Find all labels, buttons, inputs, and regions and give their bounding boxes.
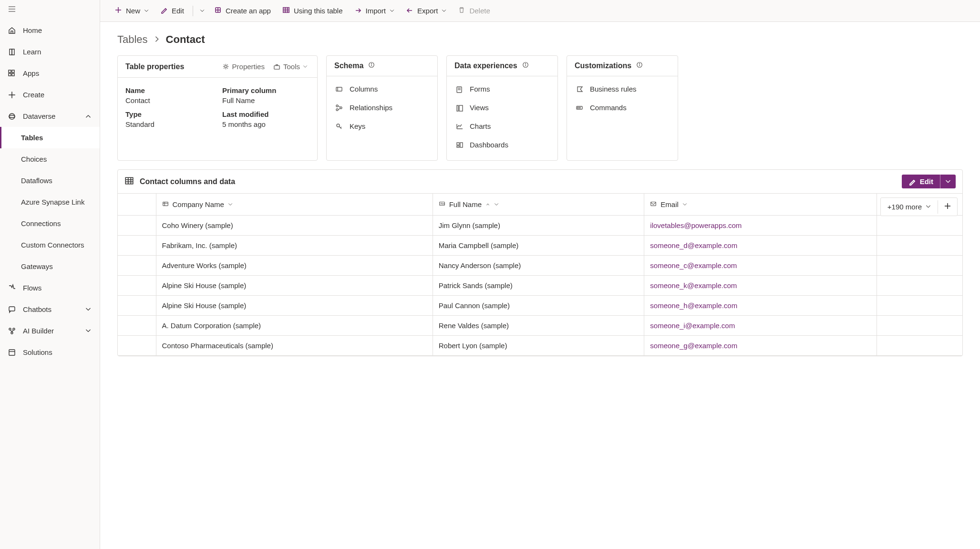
- sidebar-item-custom-connectors[interactable]: Custom Connectors: [0, 234, 100, 256]
- cell-fullname[interactable]: Maria Campbell (sample): [433, 236, 644, 256]
- cell-email[interactable]: someone_c@example.com: [644, 256, 877, 276]
- toolbar: New Edit Create an app Using this table: [100, 0, 980, 22]
- cell-company[interactable]: Coho Winery (sample): [156, 216, 433, 236]
- exp-charts-link[interactable]: Charts: [454, 118, 550, 134]
- column-header-company[interactable]: Company Name: [156, 194, 433, 216]
- sidebar-item-chatbots[interactable]: Chatbots: [0, 299, 100, 320]
- table-row[interactable]: A. Datum Corporation (sample)Rene Valdes…: [118, 316, 962, 336]
- sidebar-item-dataverse[interactable]: Dataverse: [0, 105, 100, 127]
- row-handle[interactable]: [118, 256, 156, 276]
- exp-views-link[interactable]: Views: [454, 100, 550, 115]
- cell-email[interactable]: someone_d@example.com: [644, 236, 877, 256]
- more-columns-button[interactable]: +190 more: [881, 198, 938, 216]
- cell-email[interactable]: someone_i@example.com: [644, 316, 877, 336]
- tool-label: Tools: [283, 62, 300, 71]
- sidebar-item-connections[interactable]: Connections: [0, 213, 100, 234]
- exp-forms-link[interactable]: Forms: [454, 81, 550, 97]
- new-button[interactable]: New: [111, 3, 153, 19]
- schema-columns-link[interactable]: Columns: [334, 81, 430, 97]
- cell-company[interactable]: Alpine Ski House (sample): [156, 296, 433, 316]
- sidebar-item-choices[interactable]: Choices: [0, 148, 100, 170]
- sidebar-toggle[interactable]: [0, 0, 100, 20]
- table-row[interactable]: Fabrikam, Inc. (sample)Maria Campbell (s…: [118, 236, 962, 256]
- using-table-button[interactable]: Using this table: [279, 3, 347, 19]
- edit-button[interactable]: Edit: [156, 3, 188, 19]
- column-header-fullname[interactable]: Full Name: [433, 194, 644, 216]
- row-handle[interactable]: [118, 296, 156, 316]
- info-icon[interactable]: [636, 62, 643, 70]
- sidebar-item-tables[interactable]: Tables: [0, 127, 100, 148]
- row-handle[interactable]: [118, 216, 156, 236]
- schema-keys-link[interactable]: Keys: [334, 118, 430, 134]
- sidebar-item-ai-builder[interactable]: AI Builder: [0, 320, 100, 342]
- cell-fullname[interactable]: Rene Valdes (sample): [433, 316, 644, 336]
- column-label: Full Name: [449, 200, 482, 208]
- cell-fullname[interactable]: Nancy Anderson (sample): [433, 256, 644, 276]
- row-handle[interactable]: [118, 316, 156, 336]
- add-column-button[interactable]: [938, 198, 957, 215]
- create-app-button[interactable]: Create an app: [210, 3, 275, 19]
- exp-dashboards-link[interactable]: Dashboards: [454, 137, 550, 153]
- cell-email[interactable]: someone_k@example.com: [644, 276, 877, 296]
- row-handle[interactable]: [118, 336, 156, 356]
- cell-company[interactable]: Adventure Works (sample): [156, 256, 433, 276]
- email-link[interactable]: someone_g@example.com: [650, 342, 737, 350]
- cell-email[interactable]: ilovetables@powerapps.com: [644, 216, 877, 236]
- email-link[interactable]: someone_h@example.com: [650, 301, 737, 310]
- cell-company[interactable]: A. Datum Corporation (sample): [156, 316, 433, 336]
- custom-rules-link[interactable]: Business rules: [575, 81, 670, 97]
- sidebar-item-apps[interactable]: Apps: [0, 62, 100, 84]
- sidebar-item-home[interactable]: Home: [0, 20, 100, 41]
- table-row[interactable]: Alpine Ski House (sample)Paul Cannon (sa…: [118, 296, 962, 316]
- cell-fullname[interactable]: Patrick Sands (sample): [433, 276, 644, 296]
- export-icon: [406, 6, 413, 15]
- cell-email[interactable]: someone_h@example.com: [644, 296, 877, 316]
- prop-name-label: Name: [125, 83, 213, 94]
- edit-data-dropdown[interactable]: [940, 175, 956, 188]
- export-button[interactable]: Export: [402, 3, 450, 19]
- sidebar-item-gateways[interactable]: Gateways: [0, 256, 100, 277]
- cell-fullname[interactable]: Paul Cannon (sample): [433, 296, 644, 316]
- email-link[interactable]: someone_c@example.com: [650, 261, 737, 269]
- email-link[interactable]: someone_i@example.com: [650, 321, 735, 330]
- cell-fullname[interactable]: Robert Lyon (sample): [433, 336, 644, 356]
- properties-link[interactable]: Properties: [220, 62, 267, 72]
- edit-data-button[interactable]: Edit: [902, 175, 956, 188]
- email-link[interactable]: someone_d@example.com: [650, 241, 737, 249]
- breadcrumb-root[interactable]: Tables: [117, 33, 148, 46]
- chevron-down-icon: [303, 62, 308, 71]
- table-row[interactable]: Contoso Pharmaceuticals (sample)Robert L…: [118, 336, 962, 356]
- cell-company[interactable]: Fabrikam, Inc. (sample): [156, 236, 433, 256]
- edit-data-main[interactable]: Edit: [902, 175, 940, 188]
- sidebar-item-solutions[interactable]: Solutions: [0, 342, 100, 363]
- sidebar-item-learn[interactable]: Learn: [0, 41, 100, 62]
- sidebar-item-create[interactable]: Create: [0, 84, 100, 105]
- table-row[interactable]: Coho Winery (sample)Jim Glynn (sample)il…: [118, 216, 962, 236]
- cell-extra: [877, 256, 962, 276]
- edit-split-button[interactable]: [198, 3, 206, 19]
- cell-fullname[interactable]: Jim Glynn (sample): [433, 216, 644, 236]
- table-row[interactable]: Adventure Works (sample)Nancy Anderson (…: [118, 256, 962, 276]
- table-row[interactable]: Alpine Ski House (sample)Patrick Sands (…: [118, 276, 962, 296]
- row-handle[interactable]: [118, 236, 156, 256]
- info-icon[interactable]: [368, 62, 375, 70]
- import-button[interactable]: Import: [351, 3, 399, 19]
- button-label: New: [126, 7, 140, 15]
- email-link[interactable]: ilovetables@powerapps.com: [650, 221, 742, 229]
- sidebar-item-dataflows[interactable]: Dataflows: [0, 170, 100, 191]
- cell-email[interactable]: someone_g@example.com: [644, 336, 877, 356]
- tools-link[interactable]: Tools: [271, 62, 309, 72]
- prop-name-value: Contact: [125, 96, 213, 104]
- row-handle[interactable]: [118, 276, 156, 296]
- info-icon[interactable]: [522, 62, 529, 70]
- summary-cards: Table properties Properties Tools: [117, 55, 963, 161]
- data-grid-card: Contact columns and data Edit: [117, 169, 963, 356]
- cell-company[interactable]: Alpine Ski House (sample): [156, 276, 433, 296]
- custom-commands-link[interactable]: Commands: [575, 100, 670, 115]
- cell-company[interactable]: Contoso Pharmaceuticals (sample): [156, 336, 433, 356]
- email-link[interactable]: someone_k@example.com: [650, 281, 737, 290]
- column-header-email[interactable]: Email: [644, 194, 877, 216]
- sidebar-item-flows[interactable]: Flows: [0, 277, 100, 299]
- schema-relationships-link[interactable]: Relationships: [334, 100, 430, 115]
- sidebar-item-synapse[interactable]: Azure Synapse Link: [0, 191, 100, 213]
